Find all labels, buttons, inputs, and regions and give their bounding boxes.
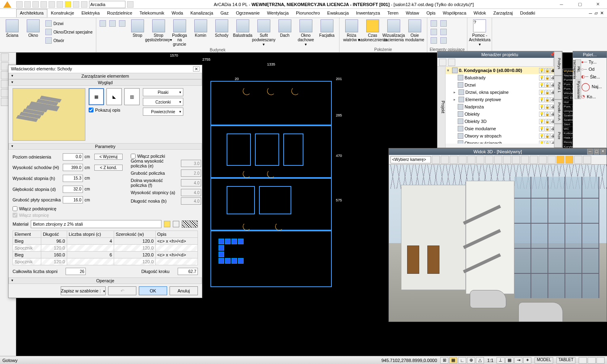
pm-tb-1[interactable] (439, 59, 446, 66)
plan-type-2[interactable]: ◣ (106, 88, 122, 105)
chk-podstopnica[interactable] (13, 206, 17, 211)
btn-wizualizacja[interactable]: Wizualizacja zacienienia (384, 19, 403, 43)
mdi-restore-icon[interactable]: ▱ (594, 11, 598, 16)
plan-type-1[interactable]: ▦ (89, 88, 104, 105)
render-viewport[interactable] (389, 165, 607, 322)
btn-strop[interactable]: Strop (128, 19, 147, 38)
scale-label[interactable]: 1:1 (487, 358, 493, 363)
qat-undo-icon[interactable] (49, 1, 55, 8)
qat-print-icon[interactable] (40, 1, 47, 8)
v3d-camera-icon[interactable] (556, 156, 565, 164)
v3d-tb-13[interactable] (539, 156, 547, 164)
qat-save-icon[interactable] (32, 1, 39, 8)
inp-grubosc-plyty[interactable] (63, 196, 83, 203)
inp-wys-schodow[interactable] (63, 164, 83, 171)
ribbon-small-1[interactable] (99, 19, 107, 28)
dialog-titlebar[interactable]: Właściwości elementu: Schody ✕ (8, 65, 202, 73)
btn-schody[interactable]: Schody (212, 19, 231, 38)
snap-5-icon[interactable]: △ (476, 357, 484, 364)
pm-tab-przekroj[interactable]: Przekr. A-A (554, 99, 562, 124)
ribbon-el-4[interactable] (439, 19, 448, 28)
section-zarzadzanie[interactable]: ▾Zarządzanie elementem (8, 73, 202, 79)
minimize-button[interactable]: ─ (552, 0, 571, 9)
ribbon-small-3[interactable] (118, 19, 126, 28)
btn-wyzeruj[interactable]: < Wyzeruj (94, 154, 123, 160)
btn-drzwi[interactable]: Drzwi (45, 19, 93, 28)
qat-layers-icon[interactable] (127, 1, 134, 8)
btn-okno-dach[interactable]: Okno dachowe ▾ (296, 19, 316, 47)
material-lib-icon[interactable] (173, 221, 179, 227)
tab-wentylacja[interactable]: Wentylacja (263, 9, 293, 17)
tab-ogrzewanie[interactable]: Ogrzewanie (232, 9, 263, 17)
tool-1[interactable] (1, 53, 9, 61)
ribbon-el-5[interactable] (439, 28, 448, 36)
sb-lb-icon[interactable] (588, 357, 596, 364)
section-operacje[interactable]: ▾Operacje (8, 277, 202, 284)
material-color-icon[interactable] (164, 221, 170, 227)
qat-freeze-icon[interactable] (73, 1, 79, 8)
ribbon-el-2[interactable] (430, 28, 438, 36)
qat-redo-icon[interactable] (57, 1, 63, 8)
plan-type-3[interactable]: ▥ (124, 88, 140, 105)
qat-open-icon[interactable] (24, 1, 31, 8)
palette-title[interactable]: Palet... (573, 51, 607, 58)
v3d-tb-17[interactable] (574, 156, 582, 164)
camera-select[interactable] (391, 156, 431, 163)
tab-wstaw[interactable]: Wstaw (402, 9, 423, 17)
pal-item-od[interactable]: ○─Od (581, 67, 605, 72)
tab-telekomunik[interactable]: Telekomunik (136, 9, 168, 17)
pal-tab-pkt[interactable]: Pkt. zaczepienia (575, 59, 581, 80)
v3d-tb-14[interactable] (548, 156, 556, 164)
qat-bulb-icon[interactable] (65, 1, 71, 8)
btn-okno[interactable]: Okno (23, 19, 43, 38)
v3d-min-icon[interactable]: ─ (587, 149, 593, 154)
tab-dodatki[interactable]: Dodatki (516, 9, 539, 17)
sb-axes-icon[interactable]: ⊥ (497, 357, 505, 364)
tool-3[interactable] (1, 71, 9, 79)
tab-rozdzielnice[interactable]: Rozdzielnice (103, 9, 136, 17)
v3d-walk-icon[interactable] (485, 156, 493, 164)
v3d-tb-1[interactable] (432, 156, 440, 164)
view3d-title[interactable]: Widok 3D - [Nieaktywny] ─▢✕ (389, 148, 607, 155)
btn-ok[interactable]: OK (139, 286, 167, 295)
pm-side-projekt[interactable]: Projekt (437, 67, 446, 148)
btn-zapisz-szablon[interactable]: Zapisz w szablonie (61, 286, 106, 295)
inp-poziom[interactable] (63, 153, 83, 161)
model-toggle[interactable]: MODEL (535, 357, 553, 364)
btn-sufit[interactable]: Sufit podwieszany ▾ (254, 19, 274, 47)
pm-title[interactable]: Menadżer projektu📌✕ (437, 51, 562, 58)
ribbon-el-3[interactable] (430, 36, 438, 44)
tab-wspolpraca[interactable]: Współpraca (439, 9, 470, 17)
sb-polar-icon[interactable]: ✶ (523, 357, 531, 364)
snap-3-icon[interactable]: ∟ (458, 357, 466, 364)
tab-inwentaryzacja[interactable]: Inwentaryza (352, 9, 384, 17)
tab-ewakuacja[interactable]: Ewakuacja (324, 9, 352, 17)
ribbon-el-1[interactable] (430, 19, 438, 28)
qat-lock-icon[interactable] (81, 1, 87, 8)
tool-5[interactable] (1, 89, 9, 97)
mdi-minimize-icon[interactable]: ─ (589, 11, 592, 16)
hatch-swatch[interactable] (182, 220, 198, 228)
v3d-pan-icon[interactable] (476, 156, 484, 164)
pm-tab-podrys[interactable]: Podrys (554, 51, 562, 76)
v3d-tb-12[interactable] (530, 156, 538, 164)
tab-architektura[interactable]: Architektura (16, 9, 47, 17)
table-row[interactable]: Spocznik120.0120.0 (13, 258, 198, 265)
btn-okno-specjalne[interactable]: Okno/Drzwi specjalne (45, 28, 93, 36)
v3d-close-icon[interactable]: ✕ (600, 149, 606, 154)
tab-zarzadzaj[interactable]: Zarządzaj (490, 9, 516, 17)
pm-tab-prze[interactable]: Prze (554, 124, 562, 148)
tab-widok[interactable]: Widok (470, 9, 490, 17)
btn-balustrada[interactable]: Balustrada (233, 19, 253, 38)
btn-dach[interactable]: Dach (275, 19, 295, 38)
ribbon-small-2[interactable] (108, 19, 117, 28)
tab-piorunochron[interactable]: Piorunochro (292, 9, 323, 17)
tab-teren[interactable]: Teren (384, 9, 402, 17)
btn-zkond[interactable]: < Z kond. (94, 165, 123, 171)
tool-6[interactable] (1, 98, 9, 106)
v3d-tb-4[interactable] (458, 156, 467, 164)
tab-kanalizacja[interactable]: Kanalizacja (187, 9, 217, 17)
btn-osie[interactable]: Osie modularne (405, 19, 424, 43)
combo-czcionki[interactable]: Czcionki (143, 98, 183, 106)
table-row[interactable]: Bieg96.04120.0<c> x <h>/<d> (13, 238, 198, 245)
